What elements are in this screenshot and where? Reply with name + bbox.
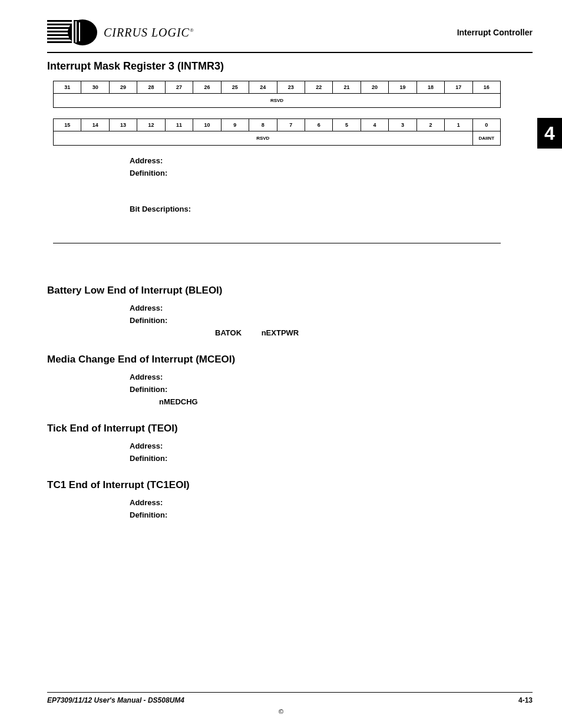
svg-rect-10: [79, 22, 80, 41]
svg-rect-9: [75, 21, 77, 42]
svg-rect-8: [72, 20, 74, 44]
mceoi-section: Media Change End of Interrupt (MCEOI) Ad…: [47, 354, 533, 406]
logo-text: CIRRUS LOGIC®: [104, 26, 194, 39]
definition-label: Definition:: [130, 169, 533, 177]
svg-rect-7: [47, 41, 80, 43]
address-label: Address:: [130, 498, 533, 507]
footer-manual-title: EP7309/11/12 User's Manual - DS508UM4: [47, 696, 184, 704]
definition-label: Definition:: [130, 454, 533, 463]
intmr3-title: Interrupt Mask Register 3 (INTMR3): [47, 60, 533, 73]
footer-copyright: ©: [0, 708, 562, 715]
registered-icon: ®: [190, 27, 194, 33]
bit-number-row: 15141312 111098 7654 3210: [54, 119, 501, 131]
chapter-thumb-tab: 4: [537, 118, 562, 149]
brand-logo: CIRRUS LOGIC®: [47, 18, 194, 47]
intmr3-bits-low-table: 15141312 111098 7654 3210 RSVD DAIINT: [53, 118, 501, 146]
bleoi-keywords: BATOK nEXTPWR: [130, 328, 533, 337]
address-label: Address:: [130, 156, 533, 165]
bit-number-row: 31302928 27262524 23222120 19181716: [54, 81, 501, 94]
svg-rect-1: [47, 20, 80, 22]
definition-label: Definition:: [130, 385, 533, 394]
bit-descriptions-label: Bit Descriptions:: [130, 205, 533, 213]
logo-swoosh-icon: [47, 18, 100, 47]
address-label: Address:: [130, 442, 533, 450]
address-label: Address:: [130, 373, 533, 381]
page-header: CIRRUS LOGIC® Interrupt Controller: [47, 18, 533, 53]
tc1eoi-section: TC1 End of Interrupt (TC1EOI) Address: D…: [47, 479, 533, 519]
bit-field-row: RSVD: [54, 94, 501, 108]
svg-rect-5: [47, 34, 84, 36]
intmr3-details: Address: Definition: Bit Descriptions:: [130, 156, 533, 213]
definition-label: Definition:: [130, 510, 533, 519]
mceoi-keywords: nMEDCHG: [130, 397, 533, 406]
bleoi-section: Battery Low End of Interrupt (BLEOI) Add…: [47, 285, 533, 337]
intmr3-bits-high-table: 31302928 27262524 23222120 19181716 RSVD: [53, 81, 501, 108]
svg-rect-3: [47, 27, 84, 29]
page-footer: EP7309/11/12 User's Manual - DS508UM4 4-…: [47, 692, 533, 704]
mceoi-title: Media Change End of Interrupt (MCEOI): [47, 354, 533, 365]
teoi-section: Tick End of Interrupt (TEOI) Address: De…: [47, 423, 533, 463]
header-section-label: Interrupt Controller: [457, 28, 533, 37]
tc1eoi-title: TC1 End of Interrupt (TC1EOI): [47, 479, 533, 491]
bit-field-row: RSVD DAIINT: [54, 131, 501, 146]
address-label: Address:: [130, 304, 533, 312]
teoi-title: Tick End of Interrupt (TEOI): [47, 423, 533, 434]
definition-label: Definition:: [130, 316, 533, 325]
bleoi-title: Battery Low End of Interrupt (BLEOI): [47, 285, 533, 297]
section-divider: [53, 243, 501, 243]
footer-page-number: 4-13: [518, 696, 533, 704]
